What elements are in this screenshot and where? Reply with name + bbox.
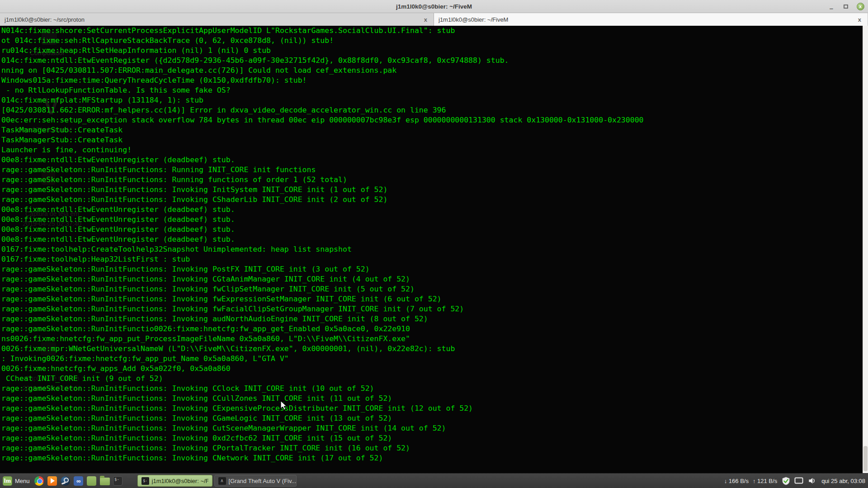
network-speed-up: ↑ 121 B/s bbox=[753, 478, 777, 484]
terminal-line: rage::gameSkeleton::RunInitFunctions: In… bbox=[1, 413, 644, 423]
volume-icon[interactable] bbox=[807, 476, 816, 485]
terminal-line: 0026:fixme:mpr:WNetGetUniversalNameW (L"… bbox=[1, 344, 644, 354]
terminal-line: 00e8:fixme:ntdll:EtwEventUnregister (dea… bbox=[1, 205, 644, 215]
media-player-icon bbox=[47, 476, 57, 486]
terminal-line: 014c:fixme:mfplat:MFStartup (131184, 1):… bbox=[1, 95, 644, 105]
terminal-output[interactable]: Computador V Grand Theft Auto V Captura … bbox=[0, 26, 863, 473]
terminal-line: rage::gameSkeleton::RunInitFunctions: In… bbox=[1, 304, 644, 314]
terminal-line: N014c:fixme:shcore:SetCurrentProcessExpl… bbox=[1, 26, 644, 36]
menu-label: Menu bbox=[15, 478, 30, 484]
terminal-line: 0167:fixme:toolhelp:Heap32ListFirst : st… bbox=[1, 254, 644, 264]
minimize-button[interactable]: – bbox=[827, 3, 835, 11]
terminal-line: rage::gameSkeleton::RunInitFunctions: In… bbox=[1, 384, 644, 394]
terminal-line: 00e8:fixme:ntdll:EtwEventUnregister (dea… bbox=[1, 235, 644, 244]
close-button[interactable]: x bbox=[856, 3, 864, 11]
terminal-line: TaskManagerStub::CreateTask bbox=[1, 125, 644, 135]
terminal-line: 00e8:fixme:ntdll:EtwEventUnregister (dea… bbox=[1, 225, 644, 235]
terminal-line: rage::gameSkeleton::RunInitFunctions: In… bbox=[1, 423, 644, 433]
display-icon[interactable] bbox=[794, 476, 803, 485]
terminal-line: [0425/030811.662:ERROR:mf_helpers.cc(14)… bbox=[1, 105, 644, 115]
terminal-launcher[interactable]: $- bbox=[113, 476, 123, 486]
terminal-scrollbar[interactable] bbox=[863, 26, 868, 473]
terminal-line: rage::gameSkeleton::RunInitFunctions: In… bbox=[1, 404, 644, 413]
steam-launcher[interactable] bbox=[61, 476, 71, 486]
terminal-line: rage::gameSkeleton::RunInitFunctions: In… bbox=[1, 433, 644, 443]
terminal-line: rage::gameSkeleton::RunInitFunctions: In… bbox=[1, 274, 644, 284]
terminal-line: ns0026:fixme:hnetcfg:fw_app_put_ProcessI… bbox=[1, 334, 644, 344]
terminal-line: Launcher is fine, continuing! bbox=[1, 145, 644, 155]
folder-icon bbox=[100, 478, 110, 485]
vscode-launcher[interactable]: ∞ bbox=[74, 476, 84, 486]
browser-launcher[interactable] bbox=[34, 476, 44, 486]
terminal-line: rage::gameSkeleton::RunInitFunctions: In… bbox=[1, 284, 644, 294]
terminal-line: nning on [0425/030811.507:ERROR:main_del… bbox=[1, 66, 644, 75]
terminal-line: rage::gameSkeleton::RunInitFunctions: In… bbox=[1, 443, 644, 453]
tab-label: j1m1l0k0@s0bier: ~/src/proton bbox=[5, 16, 422, 23]
terminal-line: Windows015a:fixme:time:QueryThreadCycleT… bbox=[1, 75, 644, 85]
vscode-icon: ∞ bbox=[74, 476, 83, 486]
terminal-line: CCheat INIT_CORE init (9 out of 52) bbox=[1, 374, 644, 384]
terminal-line: : Invoking0026:fixme:hnetcfg:fw_app_put_… bbox=[1, 354, 644, 364]
network-speed-down: ↓ 166 B/s bbox=[724, 478, 749, 484]
terminal-icon: $- bbox=[142, 477, 149, 485]
terminal-line: 00ec:err:seh:setup_exception stack overf… bbox=[1, 115, 644, 125]
terminal-line: ru014c:fixme:heap:RtlSetHeapInformation … bbox=[1, 46, 644, 56]
terminal-line: rage::gameSkeleton::RunInitFunctions: In… bbox=[1, 264, 644, 274]
system-tray: ↓ 166 B/s ↑ 121 B/s qui 25 abr, 03:08 bbox=[724, 476, 868, 485]
terminal-line: - no RtlLookupFunctionTable. Is this som… bbox=[1, 85, 644, 95]
mint-logo-icon: lm bbox=[3, 476, 12, 486]
tab-close-icon[interactable]: x bbox=[856, 16, 863, 23]
browser-icon bbox=[34, 476, 44, 486]
terminal-line: rage::gameSkeleton::RunInitFunctions: In… bbox=[1, 453, 644, 463]
window-list: $- j1m1l0k0@s0bier: ~/Fiv... Λ [Grand Th… bbox=[137, 475, 297, 487]
menu-button[interactable]: lm Menu bbox=[0, 474, 34, 488]
terminal-line: 00e8:fixme:ntdll:EtwEventUnregister (dea… bbox=[1, 155, 644, 165]
terminal-line: ot 014c:fixme:seh:RtlCaptureStackBackTra… bbox=[1, 36, 644, 46]
terminal-line: 0167:fixme:toolhelp:CreateToolhelp32Snap… bbox=[1, 244, 644, 254]
terminal-line: 014c:fixme:ntdll:EtwEventRegister ({d2d5… bbox=[1, 56, 644, 66]
media-player-launcher[interactable] bbox=[47, 476, 57, 486]
window-title: j1m1l0k0@s0bier: ~/FiveM bbox=[396, 3, 472, 10]
terminal-line: TaskManagerStub::CreateTask bbox=[1, 135, 644, 145]
terminal-text: N014c:fixme:shcore:SetCurrentProcessExpl… bbox=[1, 26, 644, 463]
terminal-line: rage::gameSkeleton::RunInitFunctions: In… bbox=[1, 314, 644, 324]
tab-fivem[interactable]: j1m1l0k0@s0bier: ~/FiveM x bbox=[434, 13, 868, 26]
app-icon bbox=[87, 476, 96, 486]
quick-launchers: ∞ $- bbox=[34, 476, 127, 486]
close-icon: x bbox=[857, 3, 864, 10]
taskbar-window-gtav[interactable]: Λ [Grand Theft Auto V (Fiv... bbox=[214, 475, 297, 487]
terminal-line: rage::gameSkeleton::RunInitFunctions: In… bbox=[1, 394, 644, 404]
tab-bar: j1m1l0k0@s0bier: ~/src/proton x j1m1l0k0… bbox=[0, 13, 868, 26]
window-controls: – x bbox=[827, 0, 864, 13]
terminal-line: 00e8:fixme:ntdll:EtwEventUnregister (dea… bbox=[1, 215, 644, 225]
taskbar-window-terminal[interactable]: $- j1m1l0k0@s0bier: ~/Fiv... bbox=[137, 475, 212, 487]
file-manager-launcher[interactable] bbox=[100, 476, 110, 486]
mouse-cursor bbox=[280, 400, 288, 413]
terminal-line: rage::gameSkeleton::RunInitFunctions: Ru… bbox=[1, 175, 644, 185]
app-launcher[interactable] bbox=[87, 476, 97, 486]
taskbar: lm Menu ∞ $- $- j1m1l0k0@s0bier: ~/Fiv..… bbox=[0, 473, 868, 488]
scrollbar-thumb[interactable] bbox=[863, 446, 868, 471]
terminal-line: rage::gameSkeleton::RunInitFunctions: In… bbox=[1, 185, 644, 195]
terminal-line: rage::gameSkeleton::RunInitFunctions: In… bbox=[1, 195, 644, 205]
terminal-line: rage::gameSkeleton::RunInitFunctions: Ru… bbox=[1, 165, 644, 175]
clock[interactable]: qui 25 abr, 03:08 bbox=[821, 478, 865, 484]
tab-src-proton[interactable]: j1m1l0k0@s0bier: ~/src/proton x bbox=[0, 13, 434, 26]
fivem-icon: Λ bbox=[218, 477, 226, 485]
maximize-button[interactable] bbox=[842, 3, 850, 11]
window-button-label: [Grand Theft Auto V (Fiv... bbox=[229, 478, 297, 484]
terminal-line: rage::gameSkeleton::RunInitFunctio0026:f… bbox=[1, 324, 644, 334]
terminal-line: 0026:fixme:hnetcfg:fw_apps_Add 0x5a022f0… bbox=[1, 364, 644, 374]
window-button-label: j1m1l0k0@s0bier: ~/Fiv... bbox=[152, 478, 208, 484]
steam-icon bbox=[61, 476, 70, 486]
maximize-icon bbox=[844, 5, 848, 9]
terminal-icon: $- bbox=[113, 476, 123, 486]
tab-close-icon[interactable]: x bbox=[422, 16, 429, 23]
update-manager-shield-icon[interactable] bbox=[781, 476, 790, 485]
tab-label: j1m1l0k0@s0bier: ~/FiveM bbox=[439, 16, 856, 23]
window-titlebar: j1m1l0k0@s0bier: ~/FiveM – x bbox=[0, 0, 868, 13]
terminal-line: rage::gameSkeleton::RunInitFunctions: In… bbox=[1, 294, 644, 304]
